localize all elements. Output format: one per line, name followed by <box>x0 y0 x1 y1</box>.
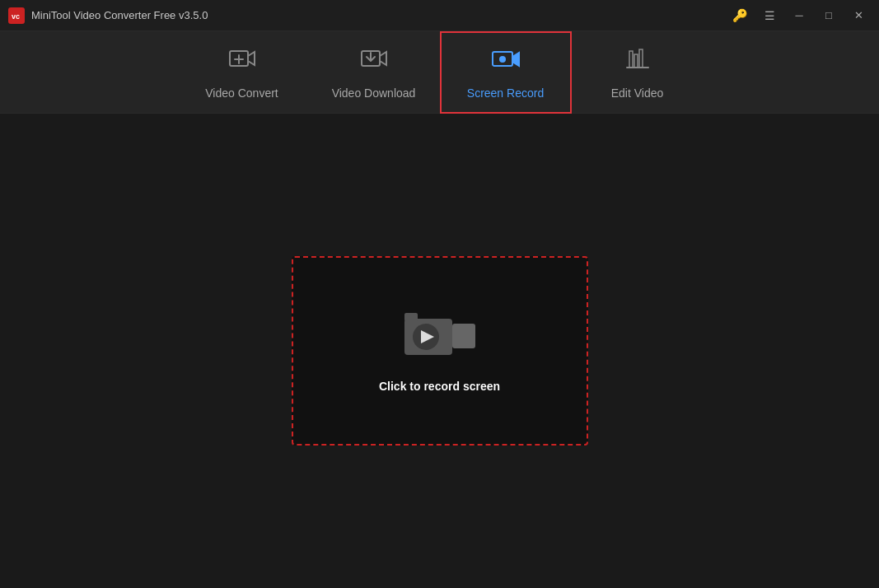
key-icon: 🔑 <box>732 8 748 23</box>
titlebar-left: vc MiniTool Video Converter Free v3.5.0 <box>8 7 208 24</box>
camera-icon-wrapper <box>403 309 477 366</box>
titlebar: vc MiniTool Video Converter Free v3.5.0 … <box>0 0 879 31</box>
svg-point-5 <box>499 56 506 63</box>
nav-item-video-download[interactable]: Video Download <box>308 31 440 114</box>
nav-label-video-convert: Video Convert <box>205 86 278 100</box>
svg-text:vc: vc <box>12 12 20 21</box>
record-area-label: Click to record screen <box>379 380 500 393</box>
screen-record-icon <box>491 44 521 80</box>
titlebar-controls: 🔑 ☰ ─ □ ✕ <box>727 6 871 26</box>
hamburger-icon: ☰ <box>764 9 775 22</box>
key-button[interactable]: 🔑 <box>727 6 752 26</box>
video-download-icon <box>359 44 389 80</box>
video-convert-icon <box>227 44 257 80</box>
close-button[interactable]: ✕ <box>846 6 871 26</box>
close-icon: ✕ <box>854 9 863 21</box>
record-area[interactable]: Click to record screen <box>292 256 588 446</box>
minimize-button[interactable]: ─ <box>787 6 811 26</box>
edit-video-icon <box>623 44 652 80</box>
app-logo: vc <box>8 7 25 24</box>
nav-item-video-convert[interactable]: Video Convert <box>176 31 308 114</box>
maximize-button[interactable]: □ <box>816 6 841 26</box>
record-camera-icon <box>403 309 477 366</box>
svg-rect-9 <box>404 313 418 321</box>
nav-label-edit-video: Edit Video <box>611 86 664 100</box>
maximize-icon: □ <box>825 9 832 21</box>
nav-item-screen-record[interactable]: Screen Record <box>440 31 572 114</box>
navbar: Video Convert Video Download Screen Reco… <box>0 31 879 114</box>
nav-label-screen-record: Screen Record <box>467 86 544 100</box>
menu-button[interactable]: ☰ <box>757 6 782 26</box>
nav-item-edit-video[interactable]: Edit Video <box>572 31 704 114</box>
minimize-icon: ─ <box>795 9 802 21</box>
main-content: Click to record screen <box>0 114 879 588</box>
nav-label-video-download: Video Download <box>332 86 416 100</box>
app-title: MiniTool Video Converter Free v3.5.0 <box>31 9 208 21</box>
svg-rect-8 <box>452 324 475 348</box>
